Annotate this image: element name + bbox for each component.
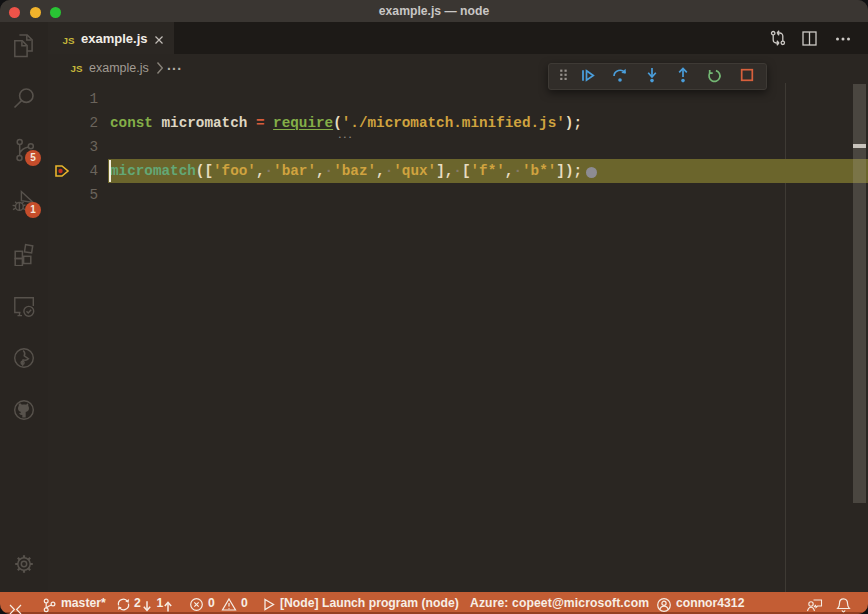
svg-text:JS: JS	[71, 63, 83, 74]
